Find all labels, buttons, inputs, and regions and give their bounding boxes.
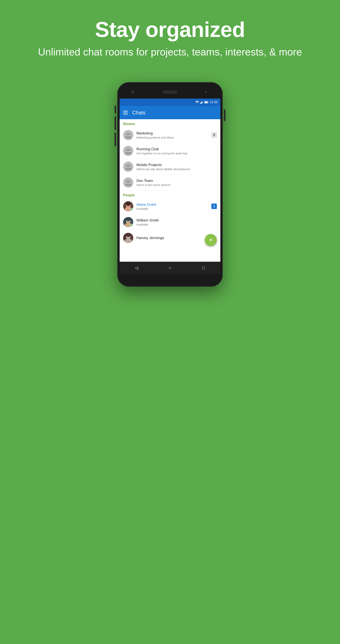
online-indicator-william — [130, 224, 133, 227]
fab-button[interactable]: + — [205, 234, 217, 246]
room-avatar-running-club — [123, 146, 133, 156]
room-text-marketing: Marketing Marketing projects and ideas — [136, 131, 212, 139]
svg-point-19 — [126, 180, 128, 183]
svg-point-20 — [128, 180, 130, 183]
signal-icon — [200, 101, 203, 104]
svg-point-25 — [126, 202, 130, 206]
hero-section: Stay organized Unlimited chat rooms for … — [38, 18, 302, 59]
room-desc-running-club: Get together to run during the work day — [136, 152, 217, 155]
room-avatar-mobile-projects — [123, 162, 133, 172]
app-bar-title: Chats — [132, 110, 146, 116]
hamburger-icon[interactable] — [123, 111, 128, 114]
room-name-marketing: Marketing — [136, 131, 212, 136]
status-time: 12:30 — [210, 100, 218, 104]
recent-apps-button[interactable]: □ — [200, 264, 208, 272]
battery-icon — [204, 101, 209, 104]
svg-rect-0 — [200, 103, 201, 104]
phone-bottom-bezel — [120, 274, 220, 284]
status-bar: 12:30 — [120, 98, 220, 106]
avatar-william — [123, 217, 133, 227]
volume-up-button — [114, 106, 116, 114]
phone-speaker — [163, 91, 177, 94]
svg-rect-2 — [202, 102, 202, 104]
hero-title: Stay organized — [38, 18, 302, 41]
room-name-mobile-projects: Mobile Projects — [136, 163, 217, 167]
room-item-mobile-projects[interactable]: Mobile Projects Where we talk about Mobi… — [120, 159, 220, 175]
status-icons: 12:30 — [195, 100, 218, 104]
avatar-harvey — [123, 233, 133, 243]
room-avatar-dev-team — [123, 178, 133, 188]
power-button — [224, 110, 226, 121]
phone-shell: 12:30 Chats Rooms — [117, 82, 223, 287]
svg-point-12 — [128, 148, 130, 151]
room-text-running-club: Running Club Get together to run during … — [136, 147, 217, 155]
home-button[interactable]: ○ — [166, 264, 174, 272]
room-badge-marketing: 3 — [212, 132, 217, 138]
svg-rect-3 — [202, 101, 203, 104]
person-item-william[interactable]: William Smith Available — [120, 214, 220, 230]
svg-point-16 — [128, 164, 130, 167]
room-item-running-club[interactable]: Running Club Get together to run during … — [120, 143, 220, 159]
svg-point-30 — [124, 239, 132, 243]
room-name-dev-team: Dev Team — [136, 178, 217, 183]
svg-point-8 — [128, 133, 130, 135]
svg-rect-1 — [201, 102, 202, 104]
room-text-mobile-projects: Mobile Projects Where we talk about Mobi… — [136, 163, 217, 171]
camera-button — [114, 132, 116, 146]
room-item-dev-team[interactable]: Dev Team We're in the home stretch! — [120, 175, 220, 190]
svg-rect-5 — [208, 102, 208, 103]
person-name-william: William Smith — [136, 218, 217, 222]
person-name-alana: Alana Grant — [136, 202, 212, 207]
app-bar: Chats — [120, 106, 220, 119]
harvey-face — [123, 233, 133, 243]
phone-camera — [131, 91, 134, 94]
person-item-alana[interactable]: Alana Grant Available 1 — [120, 198, 220, 214]
content-area: Rooms Marketing Marketing projects and — [120, 119, 220, 262]
avatar-alana — [123, 201, 133, 211]
phone-mockup: 12:30 Chats Rooms — [117, 82, 223, 287]
wifi-icon — [195, 101, 199, 104]
svg-point-11 — [126, 148, 128, 151]
svg-rect-6 — [204, 102, 207, 103]
group-icon — [125, 132, 132, 138]
rooms-section-label: Rooms — [120, 119, 220, 127]
room-desc-marketing: Marketing projects and ideas — [136, 136, 212, 139]
phone-screen: 12:30 Chats Rooms — [120, 98, 220, 274]
bottom-navigation: ◁ ○ □ — [120, 262, 220, 274]
person-text-william: William Smith Available — [136, 218, 217, 226]
person-status-william: Available — [136, 223, 217, 226]
volume-down-button — [114, 116, 116, 130]
room-avatar-marketing — [123, 130, 133, 140]
svg-point-15 — [126, 164, 128, 167]
group-icon — [125, 179, 132, 186]
phone-sensor — [205, 91, 207, 93]
group-icon — [125, 163, 132, 170]
room-desc-dev-team: We're in the home stretch! — [136, 183, 217, 186]
svg-point-7 — [126, 133, 128, 135]
svg-point-28 — [126, 218, 131, 221]
room-text-dev-team: Dev Team We're in the home stretch! — [136, 178, 217, 186]
hero-subtitle: Unlimited chat rooms for projects, teams… — [38, 45, 302, 59]
back-button[interactable]: ◁ — [132, 264, 140, 272]
person-status-alana: Available — [136, 207, 212, 210]
person-text-alana: Alana Grant Available — [136, 202, 212, 210]
person-badge-alana: 1 — [212, 204, 217, 209]
room-name-running-club: Running Club — [136, 147, 217, 151]
phone-top-bezel — [120, 86, 220, 98]
group-icon — [125, 147, 132, 154]
room-item-marketing[interactable]: Marketing Marketing projects and ideas 3 — [120, 127, 220, 143]
online-indicator-alana — [130, 208, 133, 211]
people-section-label: People — [120, 190, 220, 198]
fab-plus-icon: + — [209, 236, 213, 244]
svg-point-31 — [126, 234, 131, 237]
room-desc-mobile-projects: Where we talk about Mobile development — [136, 168, 217, 171]
